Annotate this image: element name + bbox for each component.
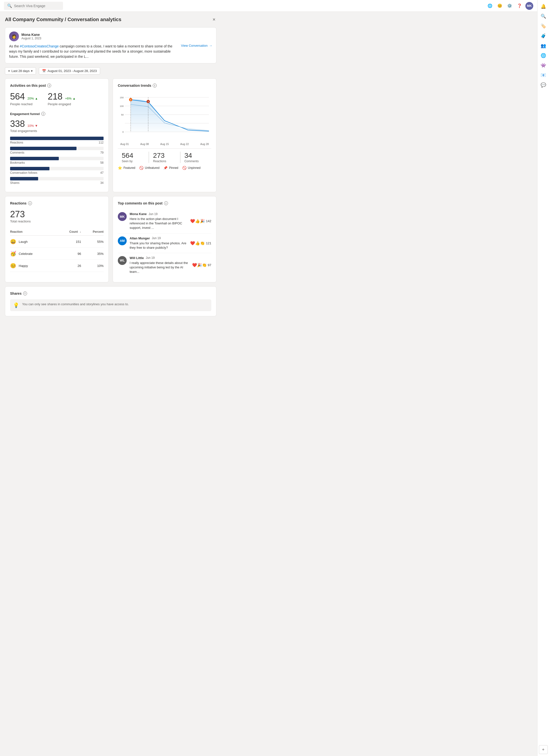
celebrate-label: Celebrate — [19, 252, 32, 256]
trend-chart-svg: 150 100 50 0 — [118, 91, 211, 141]
reactions-card: Reactions i 273 Total reactions Reaction… — [5, 196, 109, 282]
view-conversation-button[interactable]: View Conversation → — [181, 44, 212, 47]
bar-fill-follows — [10, 167, 49, 170]
celebrate-percent: 35% — [81, 248, 103, 260]
user-avatar-button[interactable]: MK — [525, 2, 533, 10]
funnel-info-icon[interactable]: i — [41, 112, 45, 116]
main-wrapper: 🔍 🌐 😊 ⚙️ ❓ MK All Company Community / Co… — [0, 0, 537, 756]
comment-text-2: Thank you for sharing these photos. Are … — [130, 241, 187, 250]
bar-fill-comments — [10, 147, 76, 150]
arrow-right-icon: → — [209, 44, 212, 47]
sidebar-game-icon[interactable]: 👾 — [539, 61, 548, 70]
chart-label-aug08: Aug 08 — [140, 143, 149, 145]
settings-nav-icon[interactable]: ⚙️ — [506, 2, 514, 10]
bar-follows: Conversation follows 47 — [10, 167, 103, 174]
laugh-label: Laugh — [19, 240, 28, 244]
page-header: All Company Community / Conversation ana… — [5, 16, 216, 23]
comment-author-3: Will Little — [130, 256, 144, 260]
sidebar-tag-icon[interactable]: 🏷️ — [539, 22, 548, 30]
sidebar-notifications-icon[interactable]: 🔔 — [539, 2, 548, 11]
period-filter-button[interactable]: ≡ Last 28 days ▾ — [5, 67, 36, 74]
post-author-info: Mona Kane August 1, 2023 — [21, 33, 41, 40]
comment-text-3: I really appreciate these details about … — [130, 261, 189, 274]
sidebar-chat-icon[interactable]: 💬 — [539, 81, 548, 89]
table-row: 😊 Happy 26 10% — [10, 260, 103, 272]
svg-text:150: 150 — [120, 96, 124, 99]
bar-fill-reactions — [10, 137, 103, 140]
post-author-avatar: 👩 — [9, 31, 19, 41]
up-arrow-icon-2: ▲ — [73, 97, 75, 100]
featured-legend-label: Featured — [123, 166, 135, 170]
funnel-total: 338 — [10, 119, 25, 129]
post-text: As the #ContosoCreatesChange campaign co… — [9, 44, 177, 59]
bar-comments: Comments 79 — [10, 147, 103, 154]
sidebar-people-icon[interactable]: 👥 — [539, 41, 548, 50]
sidebar-outlook-icon[interactable]: 📧 — [539, 71, 548, 80]
post-hashtag-link[interactable]: #ContosoCreatesChange — [20, 44, 59, 48]
lightbulb-icon: 💡 — [13, 302, 19, 308]
sidebar-search-icon[interactable]: 🔍 — [539, 12, 548, 21]
chart-stat-reactions: 273 Reactions — [149, 152, 180, 163]
stats-grid: Activities on this post i 564 20% ▲ Peop… — [5, 78, 216, 192]
celebrate-emoji: 🥳 — [10, 251, 16, 257]
right-sidebar: 🔔 🔍 🏷️ 🧳 👥 🌐 👾 📧 💬 + — [537, 0, 549, 756]
table-row: 🥳 Celebrate 96 35% — [10, 248, 103, 260]
activities-info-icon[interactable]: i — [47, 84, 51, 87]
comment-date-3: Jun 19 — [146, 256, 155, 260]
globe-nav-icon[interactable]: 🌐 — [486, 2, 494, 10]
reactions-info-icon[interactable]: i — [28, 201, 32, 205]
chart-labels: Aug 01 Aug 08 Aug 15 Aug 22 Aug 28 — [118, 143, 211, 145]
comment-avatar-wl: WL — [118, 256, 127, 265]
shares-title: Shares i — [10, 291, 211, 295]
comment-body-3: Will Little Jun 19 I really appreciate t… — [130, 256, 189, 274]
post-author-section: 👩 Mona Kane August 1, 2023 — [9, 31, 212, 41]
unfeatured-legend-label: Unfeatured — [145, 166, 159, 170]
happy-percent: 10% — [81, 260, 103, 272]
search-box[interactable]: 🔍 — [4, 2, 63, 10]
people-reached-stat: 564 20% ▲ People reached — [10, 91, 38, 106]
comment-emoji-1: ❤️👍🎉 — [190, 219, 205, 223]
comment-emoji-3: ❤️🎉👏 — [192, 263, 207, 267]
comment-date-2: Jun 19 — [152, 236, 161, 240]
date-range-filter[interactable]: 📅 August 01, 2023 - August 28, 2023 — [39, 67, 100, 74]
emoji-nav-icon[interactable]: 😊 — [496, 2, 504, 10]
comment-header-1: Mona Kane Jun 19 — [130, 212, 187, 216]
legend-featured: ⭐ Featured — [118, 166, 135, 170]
happy-count: 26 — [57, 260, 81, 272]
legend-unpinned: 🚫 Unpinned — [182, 166, 200, 170]
sidebar-globe-icon[interactable]: 🌐 — [539, 51, 548, 60]
post-text-before: As the — [9, 44, 20, 48]
trends-info-icon[interactable]: i — [153, 84, 157, 87]
chart-area: 150 100 50 0 — [118, 91, 211, 145]
search-input[interactable] — [14, 4, 60, 8]
comment-count-1: 142 — [206, 219, 211, 223]
bar-follows-value: 47 — [100, 171, 103, 174]
sidebar-briefcase-icon[interactable]: 🧳 — [539, 31, 548, 40]
top-nav: 🔍 🌐 😊 ⚙️ ❓ MK — [0, 0, 537, 12]
bar-comments-value: 79 — [100, 151, 103, 154]
activities-title: Activities on this post i — [10, 84, 103, 87]
chart-stat-seen-num: 564 — [122, 152, 145, 160]
reactions-card-title: Reactions i — [10, 201, 103, 205]
filter-bar: ≡ Last 28 days ▾ 📅 August 01, 2023 - Aug… — [5, 67, 216, 74]
date-range-label: August 01, 2023 - August 28, 2023 — [47, 69, 97, 73]
comment-avatar-mk: MK — [118, 212, 127, 221]
period-filter-label: Last 28 days — [12, 69, 30, 73]
funnel-bars: Reactions 112 Comments 79 — [10, 137, 103, 185]
close-button[interactable]: × — [211, 16, 216, 23]
funnel-label: Total engagements — [10, 129, 103, 133]
legend-pinned: 📌 Pinned — [163, 166, 178, 170]
help-nav-icon[interactable]: ❓ — [516, 2, 523, 10]
activities-card: Activities on this post i 564 20% ▲ Peop… — [5, 78, 109, 192]
people-engaged-label: People engaged — [48, 102, 75, 106]
sidebar-add-icon[interactable]: + — [539, 745, 548, 754]
chevron-down-icon: ▾ — [31, 69, 33, 73]
sort-icon[interactable]: ↓ — [80, 230, 81, 233]
top-comments-info-icon[interactable]: i — [164, 201, 168, 205]
comment-count-2: 121 — [206, 241, 211, 245]
laugh-count: 151 — [57, 236, 81, 248]
shares-info-icon[interactable]: i — [23, 291, 27, 295]
unpinned-legend-icon: 🚫 — [182, 166, 186, 170]
calendar-icon: 📅 — [42, 69, 46, 73]
chart-area-fill — [131, 99, 209, 132]
